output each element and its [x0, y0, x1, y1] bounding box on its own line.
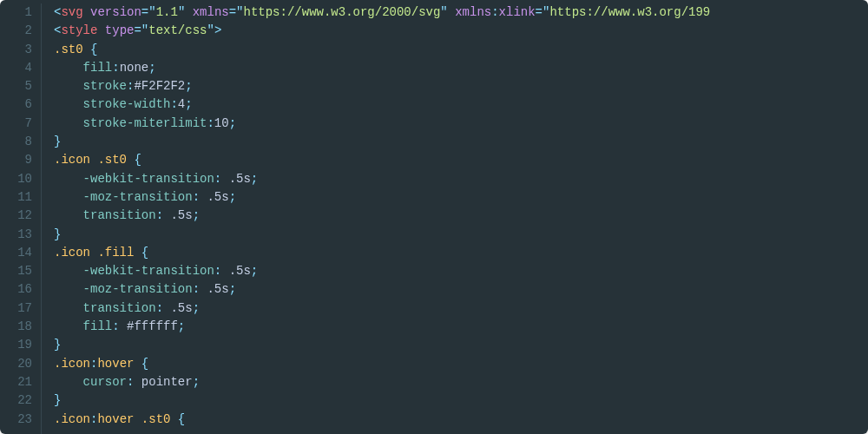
line-number: 11: [0, 188, 32, 207]
token-val: [97, 23, 104, 37]
token-prop: -webkit-transition: [83, 264, 214, 278]
code-line[interactable]: .icon:hover .st0 {: [54, 411, 868, 429]
token-val: [54, 61, 83, 75]
token-pun: ": [207, 23, 214, 37]
token-val: .5s: [163, 208, 193, 222]
token-val: .5s: [221, 172, 251, 186]
token-pun: =: [229, 5, 236, 19]
code-line[interactable]: stroke:#F2F2F2;: [54, 77, 868, 95]
token-pun: ;: [229, 116, 236, 130]
token-prop: transition: [83, 208, 156, 222]
token-pun: ;: [193, 208, 200, 222]
token-val: [83, 43, 90, 56]
code-editor[interactable]: 1234567891011121314151617181920212223 <s…: [0, 0, 868, 434]
token-pun: :: [214, 264, 221, 278]
code-line[interactable]: }: [54, 133, 868, 151]
token-pun: {: [141, 357, 148, 371]
token-val: [54, 116, 83, 130]
token-pun: }: [54, 227, 61, 241]
token-val: [134, 357, 141, 371]
line-number: 1: [0, 3, 32, 22]
token-pun: :: [156, 208, 163, 222]
code-line[interactable]: cursor: pointer;: [54, 373, 868, 391]
code-line[interactable]: transition: .5s;: [54, 207, 868, 225]
line-number: 23: [0, 411, 32, 429]
token-val: [54, 264, 83, 278]
token-attr: type: [105, 23, 135, 37]
token-prop: -webkit-transition: [83, 172, 214, 186]
token-val: [54, 79, 83, 93]
code-line[interactable]: .icon .fill {: [54, 244, 868, 262]
token-pun: :: [193, 190, 200, 204]
token-prop: fill: [83, 319, 113, 333]
token-val: [83, 5, 90, 19]
line-number-gutter: 1234567891011121314151617181920212223: [0, 3, 42, 434]
token-val: [185, 5, 192, 19]
line-number: 13: [0, 226, 32, 244]
token-pun: :: [156, 301, 163, 315]
token-val: [134, 246, 141, 260]
line-number: 12: [0, 207, 32, 225]
token-sel: .icon .fill: [54, 246, 134, 260]
token-ns: xlink: [499, 5, 536, 19]
code-line[interactable]: fill: #ffffff;: [54, 318, 868, 336]
code-line[interactable]: -webkit-transition: .5s;: [54, 262, 868, 280]
token-pun: :: [491, 5, 498, 19]
token-pun: :: [214, 172, 221, 186]
token-attr: xmlns: [193, 5, 229, 19]
token-val: .5s: [221, 264, 251, 278]
code-line[interactable]: fill:none;: [54, 59, 868, 77]
token-val: [54, 190, 83, 204]
code-area[interactable]: <svg version="1.1" xmlns="https://www.w3…: [42, 3, 868, 434]
token-val: [170, 412, 177, 426]
token-pun: >: [214, 23, 221, 37]
token-pun: ": [148, 5, 155, 19]
code-line[interactable]: }: [54, 226, 868, 244]
line-number: 3: [0, 41, 32, 59]
token-str: https://www.w3.org/199: [549, 5, 710, 19]
token-pun: ;: [185, 97, 192, 111]
code-line[interactable]: .icon:hover {: [54, 355, 868, 373]
code-line[interactable]: <svg version="1.1" xmlns="https://www.w3…: [54, 3, 868, 22]
code-line[interactable]: .st0 {: [54, 41, 868, 59]
token-val: 10: [214, 116, 229, 130]
token-attr: xmlns: [455, 5, 491, 19]
token-pun: =: [134, 23, 141, 37]
code-line[interactable]: <style type="text/css">: [54, 22, 868, 40]
code-line[interactable]: -moz-transition: .5s;: [54, 188, 868, 207]
line-number: 4: [0, 59, 32, 77]
token-pun: {: [90, 43, 97, 56]
token-prop: -moz-transition: [83, 190, 193, 204]
token-pun: ;: [229, 190, 236, 204]
token-pun: }: [54, 338, 61, 352]
token-val: [54, 282, 83, 296]
code-line[interactable]: -webkit-transition: .5s;: [54, 170, 868, 188]
token-pun: ": [236, 5, 243, 19]
code-line[interactable]: .icon .st0 {: [54, 151, 868, 169]
line-number: 5: [0, 77, 32, 95]
token-val: none: [120, 61, 149, 75]
token-str: https://www.w3.org/2000/svg: [244, 5, 441, 19]
line-number: 6: [0, 95, 32, 114]
code-line[interactable]: transition: .5s;: [54, 299, 868, 318]
code-line[interactable]: stroke-miterlimit:10;: [54, 115, 868, 133]
token-sel: .st0: [54, 43, 83, 56]
line-number: 7: [0, 115, 32, 133]
token-val: [120, 319, 127, 333]
token-pun: }: [54, 135, 61, 148]
code-line[interactable]: stroke-width:4;: [54, 95, 868, 114]
line-number: 2: [0, 22, 32, 40]
token-pun: :: [207, 116, 214, 130]
code-line[interactable]: }: [54, 391, 868, 410]
token-prop: cursor: [83, 375, 127, 389]
line-number: 15: [0, 262, 32, 280]
line-number: 19: [0, 336, 32, 354]
line-number: 8: [0, 133, 32, 151]
code-line[interactable]: -moz-transition: .5s;: [54, 280, 868, 299]
token-tag: style: [61, 23, 97, 37]
token-val: [54, 97, 83, 111]
token-pun: ": [440, 5, 447, 19]
token-pun: {: [141, 246, 148, 260]
code-line[interactable]: }: [54, 336, 868, 354]
token-val: [448, 5, 455, 19]
